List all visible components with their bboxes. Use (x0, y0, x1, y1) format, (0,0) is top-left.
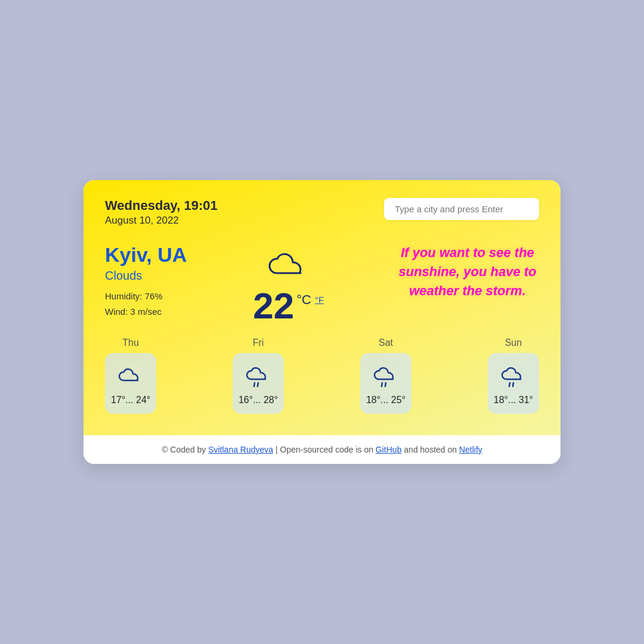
footer-github-link[interactable]: GitHub (376, 445, 402, 454)
forecast-temps-sun: 18°... 31° (494, 395, 533, 405)
temperature-row: 22 °C °F (253, 287, 324, 324)
footer-middle: | Open-sourced code is on (275, 445, 376, 454)
svg-line-0 (254, 383, 255, 386)
forecast-col-sun: Sun 18°... 31° (488, 338, 539, 414)
weather-card: Wednesday, 19:01 August 10, 2022 Kyiv, U… (83, 180, 561, 464)
forecast-icon-sat (371, 363, 400, 389)
footer: © Coded by Svitlana Rudyeva | Open-sourc… (83, 435, 561, 464)
unit-toggle-f[interactable]: °F (315, 295, 324, 305)
weather-main-panel: Wednesday, 19:01 August 10, 2022 Kyiv, U… (83, 180, 561, 435)
forecast-temps-thu: 17°... 24° (111, 395, 150, 405)
forecast-day-fri: Fri (233, 338, 284, 348)
forecast-col-thu: Thu 17°... 24° (105, 338, 156, 414)
svg-line-3 (385, 383, 386, 386)
humidity-label: Humidity: 76% (105, 289, 187, 304)
forecast-col-fri: Fri 16°... 28° (233, 338, 284, 414)
temp-icon-block: 22 °C °F (253, 248, 324, 324)
forecast-temps-sat: 18°... 25° (366, 395, 405, 405)
temp-value: 22 (253, 287, 294, 324)
forecast-day-sun: Sun (488, 338, 539, 348)
temp-unit-c: °C (296, 292, 311, 308)
forecast-temps-fri: 16°... 28° (239, 395, 278, 405)
svg-line-5 (513, 383, 513, 386)
city-name: Kyiv, UA (105, 243, 187, 267)
forecast-card-thu: 17°... 24° (105, 353, 156, 414)
condition-label: Clouds (105, 269, 187, 283)
forecast-card-fri: 16°... 28° (233, 353, 284, 414)
top-row: Wednesday, 19:01 August 10, 2022 (105, 198, 539, 227)
svg-line-1 (258, 383, 258, 386)
date-label: August 10, 2022 (105, 215, 218, 227)
forecast-section: Thu 17°... 24° Fri (105, 338, 539, 414)
forecast-day-thu: Thu (105, 338, 156, 348)
svg-line-2 (382, 383, 382, 386)
cloud-icon (265, 248, 312, 284)
quote-text: If you want to see the sunshine, you hav… (396, 243, 539, 301)
wind-label: Wind: 3 m/sec (105, 304, 187, 320)
footer-author-link[interactable]: Svitlana Rudyeva (208, 445, 273, 454)
city-info-block: Kyiv, UA Clouds Humidity: 76% Wind: 3 m/… (105, 243, 187, 319)
datetime-label: Wednesday, 19:01 (105, 198, 218, 213)
forecast-icon-fri (244, 363, 273, 389)
forecast-icon-thu (116, 363, 145, 389)
footer-netlify-link[interactable]: Netlify (459, 445, 482, 454)
forecast-col-sat: Sat 18°... 25° (360, 338, 411, 414)
date-block: Wednesday, 19:01 August 10, 2022 (105, 198, 218, 227)
svg-line-4 (509, 383, 510, 386)
middle-row: Kyiv, UA Clouds Humidity: 76% Wind: 3 m/… (105, 243, 539, 324)
footer-prefix: © Coded by (162, 445, 206, 454)
footer-suffix: and hosted on (404, 445, 459, 454)
forecast-card-sat: 18°... 25° (360, 353, 411, 414)
quote-block: If you want to see the sunshine, you hav… (396, 243, 539, 301)
forecast-row: Thu 17°... 24° Fri (105, 338, 539, 414)
forecast-card-sun: 18°... 31° (488, 353, 539, 414)
forecast-icon-sun (499, 363, 528, 389)
city-search-input[interactable] (384, 198, 539, 220)
forecast-day-sat: Sat (360, 338, 411, 348)
